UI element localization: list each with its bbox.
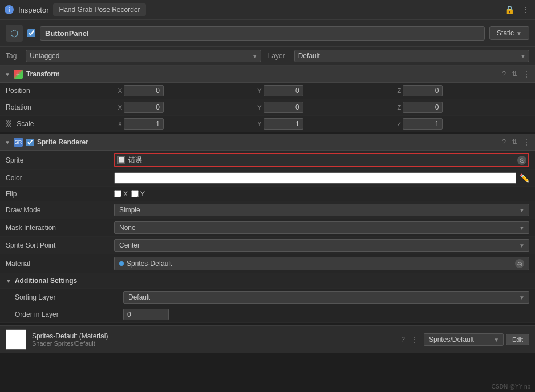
material-shader-row: Sprites/Default ▼ Edit [424,333,529,346]
flip-x-label: X [123,190,128,198]
layer-select[interactable]: Default [294,50,529,62]
sprite-label: Sprite [6,156,114,164]
scale-y-input[interactable] [264,118,303,130]
color-swatch[interactable] [114,172,516,184]
inspector-title: Inspector [18,6,48,14]
additional-settings-header[interactable]: ▼ Additional Settings [0,273,535,289]
sprite-pick-button[interactable]: ◎ [517,156,526,165]
position-label: Position [6,87,114,95]
transform-settings-button[interactable]: ⇅ [511,70,518,79]
flip-y-item: Y [131,190,145,198]
additional-settings-collapse-arrow: ▼ [6,278,11,284]
edit-shader-button[interactable]: Edit [506,334,529,345]
ry-label: Y [254,104,262,111]
material-label: Material [6,260,114,268]
sprite-thumbnail: ⬜ [117,156,125,164]
mask-interaction-label: Mask Interaction [6,224,114,232]
scale-link-icon: ⛓ [6,120,13,128]
gameobject-name-input[interactable] [40,26,485,41]
transform-help-button[interactable]: ? [501,70,506,79]
sprite-renderer-enabled-checkbox[interactable] [26,139,34,146]
sprite-renderer-help-button[interactable]: ? [501,138,506,147]
static-dropdown-arrow: ▼ [516,30,522,37]
sy-label: Y [254,120,262,127]
sprite-renderer-icon: SR [14,138,23,147]
sorting-layer-row: Sorting Layer Default ▼ [0,289,535,306]
transform-section-header[interactable]: ▼ ✛ Transform ? ⇅ ⋮ [0,66,535,83]
material-row: Material Sprites-Default ◎ [0,254,535,273]
rotation-y-input[interactable] [264,102,303,113]
layer-dropdown-wrapper: Default ▼ [294,50,529,62]
more-menu-button[interactable]: ⋮ [520,4,530,15]
sprite-renderer-more-button[interactable]: ⋮ [522,138,530,147]
sprite-sort-point-dropdown-wrapper: Center ▼ [114,239,529,252]
gameobject-active-checkbox[interactable] [27,29,35,37]
scale-row: ⛓ Scale X Y Z [0,116,535,132]
gameobject-icon: ⬡ [6,25,23,42]
material-bottom-section: Sprites-Default (Material) Shader Sprite… [0,325,535,353]
gameobject-header: ⬡ Static ▼ [0,20,535,47]
rotation-x-input[interactable] [124,102,164,113]
scale-label: ⛓ Scale [6,120,114,128]
shader-label: Shader [32,340,52,347]
sorting-layer-select[interactable]: Default [123,291,529,304]
transform-collapse-arrow: ▼ [5,71,10,78]
position-x-input[interactable] [124,85,164,96]
color-label: Color [6,174,114,182]
order-in-layer-input[interactable] [123,309,169,320]
static-button[interactable]: Static ▼ [489,26,529,40]
lock-button[interactable]: 🔒 [504,4,516,15]
sprite-row: Sprite ⬜ 错误 ◎ [0,151,535,170]
sorting-layer-dropdown-wrapper: Default ▼ [123,291,529,304]
flip-row: Flip X Y [0,187,535,201]
shader-select[interactable]: Sprites/Default [424,333,504,346]
material-bottom-name: Sprites-Default (Material) [32,332,395,340]
position-y-input[interactable] [264,85,303,96]
sprite-renderer-collapse-arrow: ▼ [5,139,10,146]
position-z-input[interactable] [403,85,443,96]
draw-mode-label: Draw Mode [6,206,114,214]
rotation-z-input[interactable] [403,102,443,113]
flip-x-item: X [114,190,128,198]
transform-icon: ✛ [14,70,23,79]
color-picker-icon[interactable]: ✏️ [520,173,529,183]
rz-label: Z [393,104,401,111]
draw-mode-dropdown-wrapper: Simple ▼ [114,204,529,216]
watermark: CSDN @YY-nb [492,383,530,390]
material-field[interactable]: Sprites-Default ◎ [114,257,529,270]
order-in-layer-label: Order in Layer [15,310,123,318]
shader-dropdown-wrapper: Sprites/Default ▼ [424,333,504,346]
material-help-button[interactable]: ? [400,335,406,344]
sprite-sort-point-label: Sprite Sort Point [6,241,114,249]
draw-mode-row: Draw Mode Simple ▼ [0,201,535,219]
tag-label: Tag [6,52,17,60]
scale-x-input[interactable] [124,118,164,130]
material-thumbnail [6,329,26,350]
position-row: Position X Y Z [0,83,535,99]
transform-title: Transform [26,70,498,78]
sprite-renderer-settings-button[interactable]: ⇅ [511,138,518,147]
rotation-label: Rotation [6,103,114,111]
mask-interaction-row: Mask Interaction None ▼ [0,219,535,237]
hand-grab-tab[interactable]: Hand Grab Pose Recorder [53,3,145,16]
flip-x-checkbox[interactable] [114,190,121,197]
additional-settings-title: Additional Settings [15,277,77,285]
sprite-value: 错误 [128,155,142,165]
flip-y-label: Y [140,190,145,198]
sprite-renderer-section-header[interactable]: ▼ SR Sprite Renderer ? ⇅ ⋮ [0,134,535,151]
material-more-button[interactable]: ⋮ [410,335,418,344]
flip-y-checkbox[interactable] [131,190,139,197]
draw-mode-select[interactable]: Simple [114,204,529,216]
transform-more-button[interactable]: ⋮ [522,70,530,79]
sprite-renderer-title: Sprite Renderer [37,138,498,146]
sprite-sort-point-select[interactable]: Center [114,239,529,252]
sz-label: Z [393,120,401,127]
sprite-field[interactable]: ⬜ 错误 ◎ [114,153,529,167]
tag-select[interactable]: Untagged [26,50,261,62]
rx-label: X [114,104,122,111]
color-row: Color ✏️ [0,170,535,187]
shader-value: Sprites/Default [54,340,95,347]
scale-z-input[interactable] [403,118,443,130]
material-pick-button[interactable]: ◎ [515,259,524,268]
mask-interaction-select[interactable]: None [114,221,529,234]
